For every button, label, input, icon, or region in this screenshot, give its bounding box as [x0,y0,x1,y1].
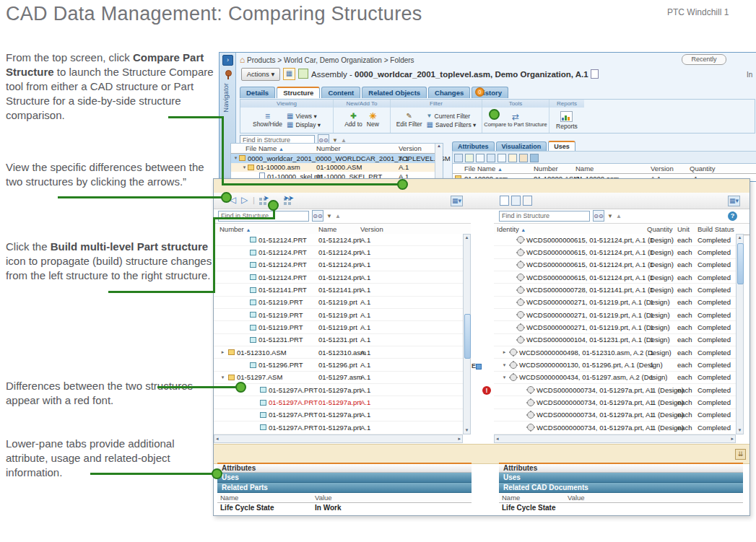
expand-icon[interactable]: ▾ [501,375,508,380]
help-icon[interactable]: ? [728,211,737,221]
home-icon[interactable]: ⌂ [240,55,245,65]
table-row[interactable]: 01-51219.PRT 01-51219.prt A.1 [214,297,463,309]
show-hide-icon[interactable]: ≡ [265,113,270,120]
current-filter-button[interactable]: ▼Current Filter [427,113,477,120]
table-row[interactable]: 01-512124.PRT 01-512124.prt A.1 [214,246,463,258]
table-row[interactable]: ▾ 0000_worldcar_2001_toplevel… 0000_WORL… [231,154,443,163]
uses-tab[interactable]: Attributes [452,141,495,151]
col-version[interactable]: Version [399,144,422,152]
table-row[interactable]: WCDS0000000104, 01-51231.prt, A.1 (Desig… [494,334,736,346]
table-row[interactable]: ▸WCDS0000000498, 01-512310.asm, A.2 (Des… [494,346,736,359]
col-file-name[interactable]: File Name ▲ [246,144,284,152]
expand-icon[interactable]: ▾ [233,155,239,161]
col-number[interactable]: Number [534,165,558,172]
object-tab[interactable]: Details [240,87,275,98]
table-row[interactable]: ▾ 01-10000.asm 01-10000.ASM A.1 [231,163,443,172]
add-to-button[interactable]: ✚ Add to [344,113,362,128]
table-row[interactable]: 01-512124.PRT 01-512124.prt A.1 [214,271,463,284]
uses-bar[interactable]: Uses [217,473,472,483]
table-row[interactable]: 01-512124.PRT 01-512124.prt A.1 [214,234,463,246]
table-row[interactable]: WCDS0000000615, 01-512124.prt, A.1 (Desi… [494,246,736,258]
table-row[interactable]: WCDS0000000734, 01-51297a.prt, A.1 (Desi… [494,421,736,434]
recently-button[interactable]: Recently [682,54,726,65]
filter-down-icon[interactable]: ▼ [326,213,332,219]
table-row[interactable]: WCDS0000000734, 01-51297a.prt, A.1 (Desi… [494,409,736,421]
col-name[interactable]: Name [318,225,336,233]
uses-toolbar-icon[interactable] [487,154,495,162]
uses-toolbar-icon[interactable] [508,154,517,162]
object-tab[interactable]: Structure [277,87,320,98]
table-row[interactable]: 01-51297A.PRT 01-51297a.prt A.1 [214,409,463,421]
collapse-panes-icon[interactable]: ⇊ [735,449,746,460]
attributes-bar[interactable]: Attributes [217,463,472,473]
col-value[interactable]: Value [568,494,585,502]
expand-icon[interactable]: ▸ [501,349,508,355]
right-horizontal-scrollbar[interactable]: ◂▸ [494,434,736,443]
table-row[interactable]: WCDS0000000734, 01-51297a.prt, A.1 (Desi… [494,396,736,408]
uses-tab[interactable]: Uses [548,141,575,151]
uses-tab[interactable]: Visualization [496,141,547,151]
uses-toolbar-icon[interactable] [454,154,463,162]
navigator-label[interactable]: Navigator [222,83,230,113]
table-row[interactable]: ▸01-512310.ASM 01-512310.asm A.1 [214,346,463,359]
table-row[interactable]: 01-51297A.PRT 01-51297a.prt A.1 [214,384,463,396]
expand-icon[interactable]: ▾ [501,362,508,368]
table-row[interactable]: 01-512141.PRT 01-512141.prt A.1 [214,284,463,296]
left-view-grid-button[interactable]: ▦▾ [451,196,463,206]
navigator-toggle-icon[interactable]: ▦ [283,68,295,80]
uses-bar[interactable]: Uses [499,473,743,483]
table-row[interactable]: ▾01-51297.ASM 01-51297.asm A.1 [214,372,463,384]
filter-down-icon[interactable]: ▼ [607,213,613,219]
col-name[interactable]: Name [502,494,520,502]
table-row[interactable]: ▾WCDS0000000434, 01-51297.asm, A.2 (Desi… [494,372,736,384]
table-row[interactable]: WCDS0000000271, 01-51219.prt, A.1 (Desig… [494,321,736,333]
expand-icon[interactable]: ▸ [220,349,226,355]
col-number[interactable]: Number [316,144,341,152]
table-row[interactable]: WCDS0000000271, 01-51219.prt, A.1 (Desig… [494,309,736,321]
table-row[interactable]: WCDS0000000734, 01-51297a.prt, A.1 (Desi… [494,384,736,396]
table-row[interactable]: WCDS0000000271, 01-51219.prt, A.1 (Desig… [494,297,736,309]
table-row[interactable]: WCDS0000000615, 01-512124.prt, A.1 (Desi… [494,271,736,284]
reports-button[interactable]: Reports [556,111,578,130]
uses-toolbar-icon[interactable] [519,154,528,162]
saved-filters-button[interactable]: ▦Saved Filters ▾ [427,121,477,128]
expand-icon[interactable]: ▾ [241,165,248,170]
object-tab[interactable]: Changes [428,87,470,98]
col-identity[interactable]: Identity ▲ [497,225,526,233]
col-value[interactable]: Value [315,494,332,502]
col-name[interactable]: Name [575,165,594,172]
related-cad-documents-bar[interactable]: Related CAD Documents [499,483,743,493]
new-button[interactable]: ✳ New [367,113,379,128]
navigator-expand-button[interactable]: › [222,55,233,66]
edit-filter-button[interactable]: ✎ Edit Filter [396,113,422,128]
breadcrumb[interactable]: ⌂ Products > World Car, Demo Organizatio… [240,55,414,65]
tab-overflow-icon[interactable]: 0 [475,87,485,97]
col-name[interactable]: Name [220,494,238,502]
related-parts-bar[interactable]: Related Parts [217,483,472,493]
uses-toolbar-icon[interactable] [530,154,539,162]
table-row[interactable]: 01-51297A.PRT 01-51297a.prt A.1 [214,396,463,408]
attributes-bar[interactable]: Attributes [499,463,743,473]
tree-scrollbar[interactable]: ▲ [435,144,443,181]
paste-document-icon[interactable] [523,196,532,206]
expand-icon[interactable]: ▾ [220,375,226,380]
views-button[interactable]: ▦Views ▾ [287,113,321,120]
left-find-in-structure-input[interactable] [218,211,309,222]
build-multi-level-part-structure-icon[interactable]: ➤➤ [283,196,292,206]
col-quantity[interactable]: Quantity [690,165,715,172]
col-file-name[interactable]: File Name ▲ [464,165,503,172]
show-hide-button[interactable]: Show/Hide [253,121,282,128]
table-row[interactable]: 01-51231.PRT 01-51231.prt A.1 [214,334,463,346]
object-tab[interactable]: Related Objects [362,87,427,98]
new-document-icon[interactable] [500,196,509,206]
right-vertical-scrollbar[interactable]: ▲ ▼ [736,234,744,434]
table-row[interactable]: 01-51296.PRT 01-51296.prt A.1 [214,359,463,371]
right-find-in-structure-input[interactable] [499,211,590,222]
right-view-grid-button[interactable]: ▦▾ [728,196,740,206]
col-version[interactable]: Version [651,165,674,172]
copy-document-icon[interactable] [511,196,521,206]
left-horizontal-scrollbar[interactable]: ◂▸ [214,434,463,443]
table-row[interactable]: 01-51219.PRT 01-51219.prt A.1 [214,321,463,333]
table-row[interactable]: 01-51219.PRT 01-51219.prt A.1 [214,309,463,321]
sort-up-icon[interactable]: ▲ [335,213,341,219]
